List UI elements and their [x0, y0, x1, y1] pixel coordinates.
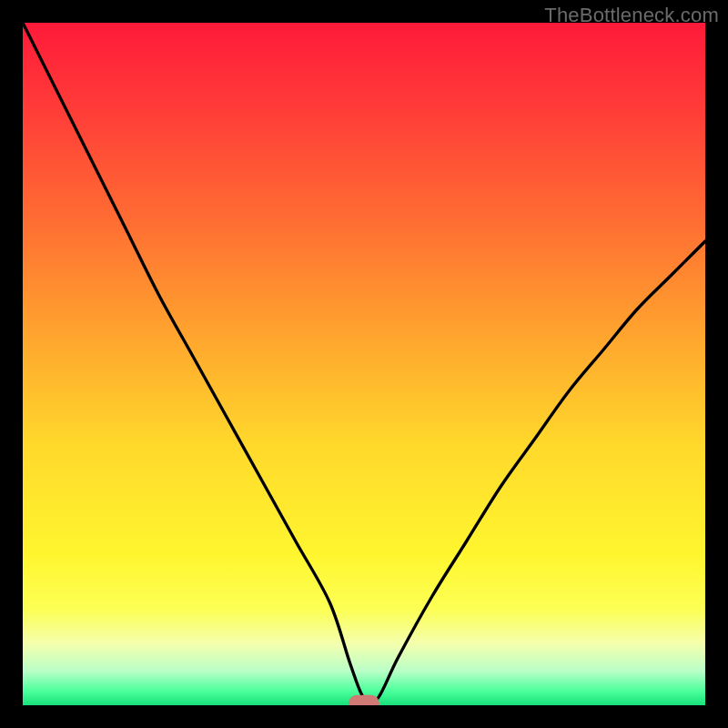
chart-frame: TheBottleneck.com [0, 0, 728, 728]
chart-background [23, 23, 705, 705]
chart-svg [23, 23, 705, 705]
watermark-text: TheBottleneck.com [544, 4, 719, 27]
chart-plot [23, 23, 705, 705]
optimum-marker [349, 695, 379, 705]
